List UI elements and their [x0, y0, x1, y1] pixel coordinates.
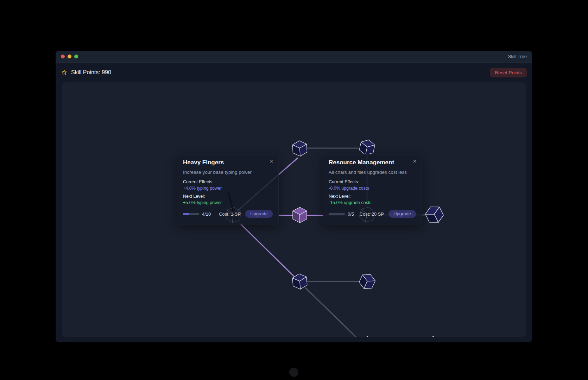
close-icon[interactable]: ✕	[413, 159, 417, 164]
next-effect-value: -15.0% upgrade costs	[329, 200, 416, 205]
tooltip-heavy-fingers: Heavy Fingers ✕ Increase your base typin…	[177, 154, 279, 224]
minimize-window-button[interactable]	[68, 55, 71, 58]
skill-node-right[interactable]	[423, 203, 445, 226]
current-effects-label: Current Effects:	[329, 179, 416, 184]
skill-node-typing-top-2[interactable]	[359, 138, 375, 156]
skill-node-chevron-1[interactable]	[365, 336, 369, 337]
page-glow-dot	[289, 368, 298, 377]
tooltip-description: All chars and files upgrades cost less	[329, 170, 416, 175]
level-fraction: 0/5	[348, 211, 354, 217]
skill-tree-canvas[interactable]: Heavy Fingers ✕ Increase your base typin…	[62, 82, 526, 337]
upgrade-button[interactable]: Upgrade	[388, 210, 416, 218]
progress-bar	[329, 213, 345, 215]
skill-points: Skill Points: 990	[61, 69, 111, 76]
skill-node-selected-purple[interactable]	[293, 207, 307, 223]
close-window-button[interactable]	[61, 55, 65, 58]
current-effect-value: -0.0% upgrade costs	[329, 186, 416, 191]
titlebar: Skill Tree	[56, 51, 532, 63]
skill-node-typing-top-1[interactable]	[292, 140, 307, 157]
skill-node-bottom-2[interactable]	[358, 272, 377, 292]
skill-graph-svg	[62, 82, 526, 337]
reset-points-button[interactable]: Reset Points	[490, 68, 527, 77]
tooltip-resource-management: Resource Management ✕ All chars and file…	[323, 154, 422, 224]
progress-bar	[183, 213, 199, 215]
skill-points-label: Skill Points: 990	[71, 69, 111, 76]
current-effect-value: +4.0% typing power	[183, 186, 273, 191]
tooltip-footer: 0/5 Cost: 20 SP Upgrade	[329, 210, 416, 218]
app-window: Skill Tree Skill Points: 990 Reset Point…	[56, 51, 532, 342]
upgrade-button[interactable]: Upgrade	[245, 210, 273, 218]
tooltip-footer: 4/10 Cost: 1 SP Upgrade	[183, 210, 273, 218]
page-background: { "window": { "title": "Skill Tree" }, "…	[0, 0, 588, 380]
level-fraction: 4/10	[202, 211, 211, 217]
skill-edge	[305, 288, 357, 337]
next-effect-value: +5.0% typing power	[183, 200, 273, 205]
current-effects-label: Current Effects:	[183, 179, 273, 184]
header-bar: Skill Points: 990 Reset Points	[56, 63, 532, 82]
skill-edge	[238, 221, 295, 278]
star-icon	[61, 69, 68, 76]
window-title: Skill Tree	[508, 54, 527, 59]
cost-label: Cost: 1 SP	[219, 211, 241, 217]
cost-label: Cost: 20 SP	[360, 211, 384, 217]
maximize-window-button[interactable]	[74, 55, 78, 58]
tooltip-title: Resource Management	[329, 159, 416, 166]
traffic-lights	[61, 55, 78, 58]
next-level-label: Next Level:	[329, 194, 416, 199]
tooltip-title: Heavy Fingers	[183, 159, 273, 166]
skill-node-chevron-2[interactable]	[431, 336, 435, 337]
close-icon[interactable]: ✕	[270, 159, 273, 164]
progress-fill	[183, 213, 189, 215]
tooltip-description: Increase your base typing power	[183, 170, 273, 175]
next-level-label: Next Level:	[183, 194, 273, 199]
